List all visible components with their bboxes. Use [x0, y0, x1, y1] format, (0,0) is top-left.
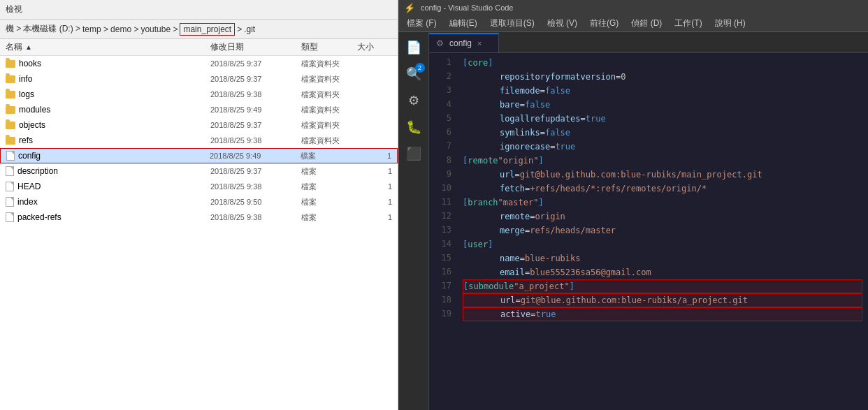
file-size: 1	[357, 182, 392, 191]
menu-item[interactable]: 前往(G)	[584, 16, 624, 31]
code-line: filemode = false	[463, 84, 862, 98]
file-type: 檔案資料夾	[301, 105, 357, 115]
folder-icon	[6, 106, 15, 114]
file-name: refs	[6, 136, 210, 145]
file-type: 檔案	[301, 212, 357, 223]
file-date: 2018/8/25 9:49	[210, 105, 301, 114]
line-number: 15	[429, 251, 451, 265]
breadcrumb-part-youtube: youtube >	[140, 24, 178, 34]
breadcrumb-part-drive: 本機磁碟 (D:) >	[23, 23, 80, 35]
file-size: 1	[357, 167, 392, 175]
menu-item[interactable]: 工作(T)	[669, 16, 707, 31]
file-type: 檔案資料夾	[301, 59, 357, 69]
file-type: 檔案	[301, 151, 356, 161]
file-icon	[6, 166, 14, 176]
menu-item[interactable]: 檔案 (F)	[401, 16, 442, 31]
file-date: 2018/8/25 9:37	[210, 121, 301, 129]
sidebar-icon-debug[interactable]: 🐛	[401, 115, 426, 140]
extensions-icon-glyph: ⬛	[406, 146, 421, 161]
code-line: [core]	[463, 56, 862, 70]
code-content[interactable]: [core] repositoryformatversion = 0 filem…	[457, 53, 868, 410]
folder-icon	[6, 60, 15, 68]
vscode-main: ⚙ config × 12345678910111213141516171819…	[429, 32, 868, 410]
breadcrumb-part-demo: demo >	[110, 24, 138, 34]
file-date: 2018/8/25 9:37	[210, 59, 301, 68]
line-number: 4	[429, 98, 451, 112]
file-name: index	[6, 197, 210, 207]
code-line: active = true	[463, 307, 862, 321]
menu-item[interactable]: 編輯(E)	[444, 16, 483, 31]
line-number: 6	[429, 126, 451, 140]
file-row[interactable]: logs 2018/8/25 9:38 檔案資料夾	[0, 87, 398, 102]
file-row[interactable]: modules 2018/8/25 9:49 檔案資料夾	[0, 102, 398, 117]
file-row[interactable]: description 2018/8/25 9:37 檔案 1	[0, 163, 398, 179]
file-type: 檔案	[301, 197, 357, 207]
file-date: 2018/8/25 9:37	[210, 167, 301, 175]
tab-bar: ⚙ config ×	[429, 32, 868, 53]
menu-item[interactable]: 選取項目(S)	[484, 16, 540, 31]
file-icon-glyph: 📄	[406, 40, 421, 55]
sidebar-icon-extensions[interactable]: ⬛	[401, 141, 426, 166]
line-number: 3	[429, 84, 451, 98]
line-number: 2	[429, 70, 451, 84]
breadcrumb-part-git: .git	[244, 24, 255, 34]
folder-icon	[6, 122, 15, 129]
file-row[interactable]: refs 2018/8/25 9:38 檔案資料夾	[0, 133, 398, 148]
line-number: 5	[429, 112, 451, 126]
file-row[interactable]: index 2018/8/25 9:50 檔案 1	[0, 194, 398, 210]
folder-icon	[6, 91, 15, 98]
sidebar-icon-explorer[interactable]: 📄	[401, 35, 426, 60]
header-date: 修改日期	[210, 41, 301, 53]
header-name: 名稱 ▲	[6, 41, 210, 53]
file-name: modules	[6, 105, 210, 115]
file-row[interactable]: objects 2018/8/25 9:37 檔案資料夾	[0, 117, 398, 133]
file-date: 2018/8/25 9:38	[210, 90, 301, 98]
file-name: info	[6, 74, 210, 84]
file-row[interactable]: packed-refs 2018/8/25 9:38 檔案 1	[0, 210, 398, 225]
file-explorer: 檢視 機 > 本機磁碟 (D:) > temp > demo > youtube…	[0, 0, 398, 410]
breadcrumb-part-temp: temp >	[82, 24, 108, 34]
file-date: 2018/8/25 9:49	[210, 152, 301, 160]
breadcrumb-bar: 機 > 本機磁碟 (D:) > temp > demo > youtube > …	[0, 20, 398, 39]
file-date: 2018/8/25 9:38	[210, 136, 301, 145]
file-row[interactable]: info 2018/8/25 9:37 檔案資料夾	[0, 71, 398, 87]
file-type: 檔案資料夾	[301, 74, 357, 85]
explorer-toolbar: 檢視	[0, 0, 398, 20]
tab-close-button[interactable]: ×	[477, 39, 482, 47]
file-type: 檔案	[301, 182, 357, 192]
folder-icon	[6, 137, 15, 145]
file-list: hooks 2018/8/25 9:37 檔案資料夾 info 2018/8/2…	[0, 56, 398, 410]
sidebar-icon-search[interactable]: 🔍 2	[401, 61, 426, 87]
line-number: 19	[429, 307, 451, 321]
menu-item[interactable]: 檢視 (V)	[542, 16, 583, 31]
vscode-icon: ⚡	[404, 3, 415, 13]
code-line: email = blue555236sa56@gmail.com	[463, 265, 862, 279]
line-number: 13	[429, 224, 451, 237]
file-date: 2018/8/25 9:50	[210, 198, 301, 206]
line-number: 10	[429, 182, 451, 196]
code-line: repositoryformatversion = 0	[463, 70, 862, 84]
line-number: 1	[429, 56, 451, 70]
file-date: 2018/8/25 9:38	[210, 182, 301, 191]
line-number: 18	[429, 293, 451, 307]
code-line: logallrefupdates = true	[463, 112, 862, 126]
vscode-sidebar: 📄 🔍 2 ⚙ 🐛 ⬛	[398, 32, 429, 410]
file-name: logs	[6, 89, 210, 99]
file-row[interactable]: config 2018/8/25 9:49 檔案 1	[0, 148, 398, 163]
code-line: [branch "master"]	[463, 196, 862, 210]
breadcrumb-highlight-main-project: main_project	[180, 23, 235, 36]
file-name: hooks	[6, 59, 210, 68]
file-type: 檔案資料夾	[301, 136, 357, 146]
tab-config[interactable]: ⚙ config ×	[429, 33, 499, 52]
file-row[interactable]: HEAD 2018/8/25 9:38 檔案 1	[0, 179, 398, 194]
sidebar-icon-git[interactable]: ⚙	[401, 88, 426, 113]
menu-item[interactable]: 說明 (H)	[709, 16, 751, 31]
file-row[interactable]: hooks 2018/8/25 9:37 檔案資料夾	[0, 56, 398, 71]
header-type: 類型	[301, 41, 357, 53]
file-size: 1	[356, 152, 391, 160]
editor-area: 12345678910111213141516171819 [core] rep…	[429, 53, 868, 410]
debug-icon-glyph: 🐛	[406, 119, 421, 135]
menu-item[interactable]: 偵錯 (D)	[625, 16, 667, 31]
file-size: 1	[357, 213, 392, 221]
file-name: packed-refs	[6, 212, 210, 222]
